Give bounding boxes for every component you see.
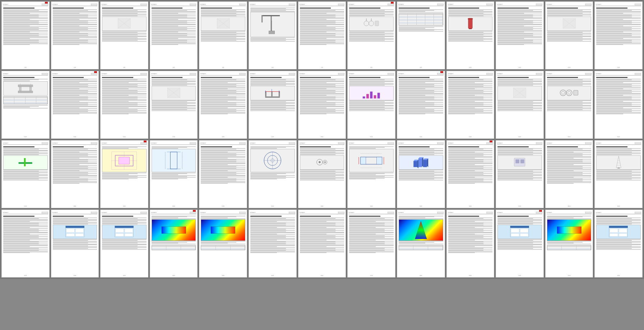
page-thumbnail[interactable]: 技术规格书 4/45 — [150, 1, 198, 69]
text-line — [53, 37, 97, 38]
text-line — [201, 181, 245, 182]
page-thumbnail[interactable]: 技术规格书 10/45 — [446, 1, 495, 69]
page-thumbnail[interactable]: 技术规格书 11/45 — [496, 1, 544, 69]
page-thumbnail[interactable]: 技术规格书 42/45 — [100, 210, 148, 278]
page-thumbnail[interactable]: 技术规格书 49/45 — [446, 210, 495, 278]
text-line — [201, 88, 227, 89]
text-line — [3, 240, 30, 240]
text-line — [250, 109, 286, 110]
page-thumbnail[interactable]: 技术规格书 34/45 — [347, 140, 395, 208]
text-line — [152, 23, 187, 23]
page-thumbnail[interactable]: 技术规格书 31/45 — [199, 140, 247, 208]
svg-rect-120 — [520, 229, 528, 233]
page-thumbnail[interactable]: 技术规格书 37/45 — [496, 140, 544, 208]
page-thumbnail[interactable]: 技术规格书 52/45 — [594, 210, 643, 278]
page-thumbnail[interactable]: 技术规格书 28/45 — [51, 140, 99, 208]
text-line — [547, 170, 574, 171]
page-thumbnail[interactable]: 技术规格书 1/45 — [1, 1, 50, 69]
page-thumbnail[interactable]: 技术规格书 29/45 — [100, 140, 148, 208]
text-line — [497, 244, 542, 245]
page-thumbnail[interactable]: 技术规格书 25/45 — [545, 71, 593, 139]
text-line — [596, 241, 641, 242]
page-thumbnail[interactable]: 技术规格书 16/45 — [100, 71, 148, 139]
page-thumbnail[interactable]: 技术规格书 — [199, 210, 247, 278]
text-line — [349, 79, 385, 80]
page-thumbnail[interactable]: 技术规格书 12/45 — [545, 1, 593, 69]
page-thumbnail[interactable]: 技术规格书 39/45 — [594, 140, 643, 208]
page-thumbnail[interactable]: 技术规格书 38/45 — [545, 140, 593, 208]
page-number: 32/45 — [271, 206, 274, 207]
text-line — [102, 99, 147, 100]
page-thumbnail[interactable]: 技术规格书 13/45 — [594, 1, 643, 69]
page-thumbnail[interactable]: 技术规格书 20/45 — [298, 71, 346, 139]
text-line — [349, 106, 394, 106]
page-thumbnail[interactable]: 技术规格书 21/45 — [347, 71, 395, 139]
page-footer: 41/45 — [51, 275, 99, 276]
page-footer: 5/45 — [199, 67, 247, 68]
page-thumbnail[interactable]: 技术规格书 — [545, 210, 593, 278]
text-line — [349, 229, 385, 230]
page-thumbnail[interactable]: 技术规格书 22/45 — [397, 71, 445, 139]
text-line — [201, 10, 236, 11]
page-thumbnail[interactable]: 技术规格书 — [397, 210, 445, 278]
text-image-content — [3, 146, 48, 205]
svg-rect-7 — [261, 15, 280, 17]
page-thumbnail[interactable]: 技术规格书 35/45 — [397, 140, 445, 208]
page-thumbnail[interactable]: 技术规格书 19/45 — [249, 71, 297, 139]
table-cell — [408, 18, 416, 19]
text-line — [102, 92, 138, 93]
page-thumbnail[interactable]: 技术规格书 7/45 — [298, 1, 346, 69]
page-thumbnail[interactable]: 技术规格书 2/45 — [51, 1, 99, 69]
page-thumbnail[interactable]: 技术规格书 3/45 — [100, 1, 148, 69]
section-heading — [547, 8, 578, 9]
text-image-content — [349, 7, 394, 66]
page-thumbnail[interactable]: 技术规格书 32/45 — [249, 140, 297, 208]
company-logo — [437, 4, 444, 5]
page-thumbnail[interactable]: 技术规格书 45/45 — [249, 210, 297, 278]
page-thumbnail[interactable]: 技术规格书 5/45 — [199, 1, 247, 69]
page-thumbnail[interactable]: 技术规格书 23/45 — [446, 71, 495, 139]
page-thumbnail[interactable]: 技术规格书 17/45 — [150, 71, 198, 139]
svg-rect-40 — [366, 94, 369, 98]
page-thumbnail[interactable]: 技术规格书 33/45 — [298, 140, 346, 208]
text-line — [448, 170, 475, 171]
page-thumbnail[interactable]: 技术规格书 14/45 — [1, 71, 50, 139]
table-cell — [36, 97, 47, 98]
page-thumbnail[interactable]: 技术规格书 15/45 — [51, 71, 99, 139]
page-thumbnail[interactable]: 技术规格书 46/45 — [298, 210, 346, 278]
page-thumbnail[interactable]: 技术规格书 47/45 — [347, 210, 395, 278]
page-header-title: 技术规格书 — [250, 143, 255, 144]
text-line — [152, 79, 187, 80]
page-thumbnail[interactable]: 技术规格书 50/45 — [496, 210, 544, 278]
text-line — [497, 248, 533, 249]
page-thumbnail[interactable]: 技术规格书 41/45 — [51, 210, 99, 278]
page-thumbnail[interactable]: 技术规格书 40/45 — [1, 210, 50, 278]
text-line — [300, 236, 344, 237]
table-cell — [425, 15, 434, 16]
text-line — [300, 177, 344, 178]
page-thumbnail[interactable]: 技术规格书 6/45 — [249, 1, 297, 69]
image-heavy-content — [250, 7, 295, 66]
page-thumbnail[interactable]: 技术规格书 — [150, 210, 198, 278]
page-thumbnail[interactable]: 技术规格书 24/45 — [496, 71, 544, 139]
page-header-title: 技术规格书 — [250, 73, 255, 74]
svg-rect-104 — [75, 234, 84, 237]
page-header: 技术规格书 — [102, 3, 147, 6]
page-thumbnail[interactable]: 技术规格书 27/45 — [1, 140, 50, 208]
text-line — [201, 14, 245, 14]
text-line — [596, 151, 641, 151]
table-cell — [201, 248, 216, 249]
text-line — [547, 102, 592, 103]
page-thumbnail[interactable]: 技术规格书 9/45 — [397, 1, 445, 69]
company-logo — [190, 73, 196, 75]
page-thumbnail[interactable]: 技术规格书 30/45 — [150, 140, 198, 208]
text-line — [448, 31, 493, 32]
page-thumbnail[interactable]: 技术规格书 26/45 — [594, 71, 643, 139]
text-line — [201, 176, 245, 177]
text-content — [398, 76, 444, 115]
text-line — [250, 175, 295, 176]
page-thumbnail[interactable]: 技术规格书 18/45 — [199, 71, 247, 139]
page-thumbnail[interactable]: 技术规格书 36/45 — [446, 140, 495, 208]
page-thumbnail[interactable]: 技术规格书 8/45 — [347, 1, 395, 69]
text-line — [300, 41, 344, 41]
